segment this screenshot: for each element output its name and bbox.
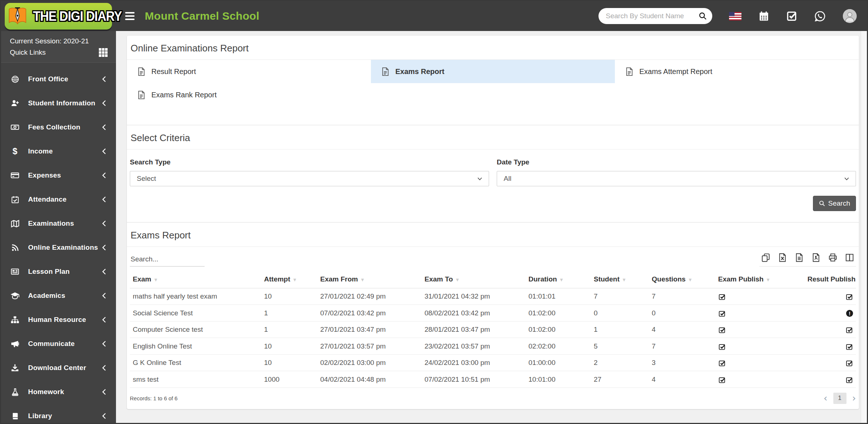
sidebar-item-income[interactable]: $Income: [1, 139, 116, 163]
grid-icon[interactable]: [98, 48, 108, 57]
language-flag-icon[interactable]: [729, 12, 741, 20]
whatsapp-icon[interactable]: [814, 10, 826, 22]
cell-attempt: 10: [261, 338, 317, 354]
report-link-label: Exams Rank Report: [151, 91, 217, 99]
page-number-button[interactable]: 1: [833, 393, 846, 404]
cell-duration: 01:02:00: [526, 321, 591, 338]
report-link-exams-attempt-report[interactable]: Exams Attempt Report: [615, 60, 859, 83]
file-text-icon: [136, 67, 146, 77]
report-link-exams-report[interactable]: Exams Report: [371, 60, 615, 83]
cell-to: 23/02/2021 03:57 pm: [422, 338, 526, 354]
cell-to: 07/02/2021 10:51 pm: [422, 371, 526, 388]
current-session-label: Current Session: 2020-21: [10, 35, 108, 47]
report-link-result-report[interactable]: Result Report: [127, 60, 371, 83]
table-row: Social Science Test107/02/2021 03:42 pm0…: [130, 305, 856, 321]
attendance-icon: [10, 195, 20, 204]
cell-to: 28/01/2021 03:47 pm: [422, 321, 526, 338]
chevron-left-icon: [101, 148, 107, 155]
report-link-exams-rank-report[interactable]: Exams Rank Report: [127, 83, 371, 106]
sidebar-item-examinations[interactable]: Examinations: [1, 211, 116, 236]
sidebar-item-human-resource[interactable]: Human Resource: [1, 308, 116, 332]
sidebar-item-download-center[interactable]: Download Center: [1, 356, 116, 380]
column-header-questions[interactable]: Questions▼: [649, 272, 715, 288]
cell-duration: 01:02:00: [526, 305, 591, 321]
search-icon[interactable]: [698, 12, 707, 20]
sidebar-item-homework[interactable]: Homework: [1, 380, 116, 404]
user-avatar[interactable]: [843, 9, 857, 23]
app-window: THE DIGI DIARY Mount Carmel School: [0, 0, 868, 424]
sidebar-item-label: Income: [28, 147, 53, 155]
cell-from: 27/01/2021 02:49 pm: [317, 288, 422, 305]
cell-from: 04/02/2021 04:48 pm: [317, 371, 422, 388]
sidebar-item-label: Front Office: [28, 75, 68, 83]
expenses-icon: [10, 171, 20, 180]
chevron-left-icon: [101, 196, 107, 203]
app-logo[interactable]: THE DIGI DIARY: [5, 3, 112, 30]
file-text-icon: [624, 67, 634, 77]
export-copy-icon[interactable]: [761, 253, 771, 262]
cell-exam: Computer Science test: [130, 321, 261, 338]
column-header-exam-from[interactable]: Exam From▼: [317, 272, 422, 288]
sidebar-item-academics[interactable]: Academics: [1, 284, 116, 308]
sidebar-item-fees-collection[interactable]: Fees Collection: [1, 115, 116, 139]
vertical-scrollbar[interactable]: [861, 31, 867, 423]
student-search-input[interactable]: [606, 12, 698, 20]
export-print-icon[interactable]: [828, 253, 838, 262]
page-prev-button[interactable]: ‹: [824, 394, 827, 402]
tasks-check-icon[interactable]: [786, 11, 797, 22]
report-link-label: Exams Report: [395, 67, 445, 76]
sidebar-item-front-office[interactable]: Front Office: [1, 67, 116, 91]
cell-result_publish: !: [805, 305, 856, 321]
cell-exam_publish: [715, 321, 805, 338]
export-excel-icon[interactable]: [778, 253, 787, 262]
front-office-icon: [10, 75, 20, 83]
header-actions: [598, 8, 867, 24]
page-title: Online Examinations Report: [127, 36, 859, 60]
sidebar-item-attendance[interactable]: Attendance: [1, 187, 116, 211]
cell-exam: sms test: [130, 371, 261, 388]
calendar-icon[interactable]: [758, 11, 770, 22]
search-button[interactable]: Search: [813, 196, 856, 211]
sidebar-item-label: Homework: [28, 388, 64, 396]
cell-result_publish: [805, 321, 856, 338]
cell-exam_publish: [715, 338, 805, 354]
column-header-student[interactable]: Student▼: [591, 272, 649, 288]
sidebar-item-lesson-plan[interactable]: Lesson Plan: [1, 260, 116, 284]
export-pdf-icon[interactable]: [811, 253, 821, 262]
export-text-file-icon[interactable]: [794, 253, 804, 262]
sidebar-item-student-information[interactable]: Student Information: [1, 91, 116, 115]
report-link-label: Exams Attempt Report: [639, 67, 712, 76]
cell-exam: English Online Test: [130, 338, 261, 354]
sidebar-item-online-examinations[interactable]: Online Examinations: [1, 236, 116, 260]
sidebar-item-communicate[interactable]: Communicate: [1, 332, 116, 356]
search-type-value: Select: [137, 175, 477, 183]
hamburger-menu-icon[interactable]: [125, 10, 136, 22]
search-type-select[interactable]: Select: [130, 171, 489, 186]
sort-arrow-icon: ▼: [292, 277, 297, 283]
cell-result_publish: [805, 371, 856, 388]
cell-questions: 0: [649, 305, 715, 321]
sort-arrow-icon: ▼: [688, 277, 693, 283]
sort-arrow-icon: ▼: [455, 277, 460, 283]
column-header-attempt[interactable]: Attempt▼: [261, 272, 317, 288]
column-header-duration[interactable]: Duration▼: [526, 272, 591, 288]
sidebar-item-label: Human Resource: [28, 316, 86, 324]
top-header: THE DIGI DIARY Mount Carmel School: [1, 1, 867, 31]
export-columns-icon[interactable]: [845, 253, 855, 262]
sidebar-item-label: Lesson Plan: [28, 268, 70, 276]
date-type-select[interactable]: All: [497, 171, 856, 186]
sidebar-item-label: Library: [28, 412, 52, 420]
column-header-exam-to[interactable]: Exam To▼: [422, 272, 526, 288]
column-header-exam-publish[interactable]: Exam Publish▼: [715, 272, 805, 288]
sidebar-item-label: Download Center: [28, 364, 86, 372]
page-next-button[interactable]: ›: [852, 394, 856, 402]
column-header-result-publish[interactable]: Result Publish: [805, 272, 856, 288]
table-search-input[interactable]: [130, 253, 205, 267]
cell-duration: 01:00:00: [526, 354, 591, 371]
cell-from: 02/02/2021 03:00 pm: [317, 354, 422, 371]
sidebar-item-expenses[interactable]: Expenses: [1, 163, 116, 187]
cell-from: 27/01/2021 03:47 pm: [317, 321, 422, 338]
sort-arrow-icon: ▼: [559, 277, 564, 283]
sidebar-item-library[interactable]: Library: [1, 404, 116, 424]
column-header-exam[interactable]: Exam▼: [130, 272, 261, 288]
